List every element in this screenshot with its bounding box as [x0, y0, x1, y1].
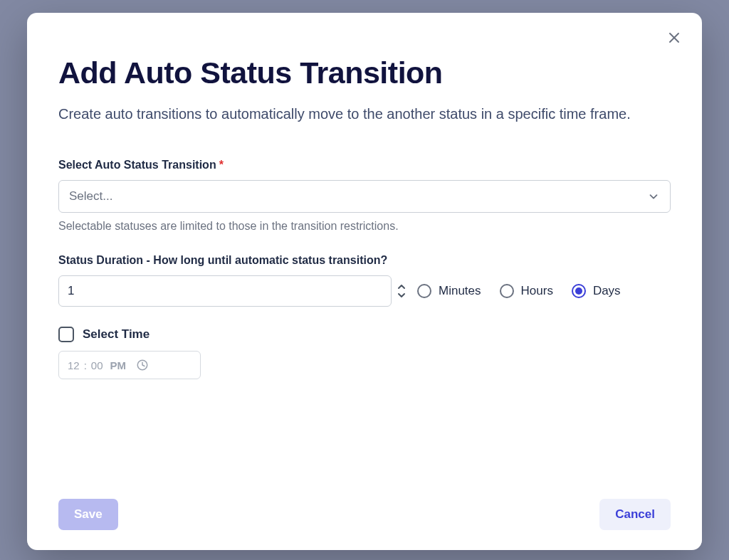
modal-subtitle: Create auto transitions to automatically… [58, 102, 642, 126]
duration-row: 1 Minutes Hours Days [58, 275, 671, 307]
time-hour: 12 [68, 359, 80, 371]
duration-field: Status Duration - How long until automat… [58, 254, 671, 307]
status-select-placeholder: Select... [69, 189, 112, 204]
radio-circle-icon [572, 284, 586, 298]
modal-footer: Save Cancel [58, 485, 671, 530]
modal-dialog: Add Auto Status Transition Create auto t… [27, 13, 702, 550]
status-select-label-text: Select Auto Status Transition [58, 159, 216, 171]
clock-icon [136, 359, 149, 371]
save-button[interactable]: Save [58, 499, 118, 530]
radio-circle-icon [417, 284, 431, 298]
close-button[interactable] [665, 28, 683, 47]
duration-stepper[interactable] [397, 283, 406, 299]
chevron-up-icon [397, 283, 406, 290]
radio-hours[interactable]: Hours [500, 284, 553, 298]
modal-title: Add Auto Status Transition [58, 56, 671, 90]
close-icon [668, 31, 681, 44]
radio-days-label: Days [593, 284, 621, 298]
cancel-button[interactable]: Cancel [599, 499, 671, 530]
duration-label: Status Duration - How long until automat… [58, 254, 671, 267]
status-select-helper: Selectable statuses are limited to those… [58, 220, 671, 233]
time-meridiem: PM [110, 359, 127, 371]
time-input[interactable]: 12 : 00 PM [58, 351, 201, 379]
time-minute: 00 [91, 359, 103, 371]
duration-value: 1 [68, 284, 74, 298]
status-select-field: Select Auto Status Transition* Select...… [58, 159, 671, 254]
time-separator: : [84, 359, 87, 371]
radio-days[interactable]: Days [572, 284, 621, 298]
radio-circle-icon [500, 284, 514, 298]
status-select-dropdown[interactable]: Select... [58, 180, 671, 213]
duration-input[interactable]: 1 [58, 275, 392, 307]
select-time-label: Select Time [83, 327, 150, 342]
status-select-label: Select Auto Status Transition* [58, 159, 671, 171]
duration-unit-radio-group: Minutes Hours Days [417, 284, 621, 298]
time-field: Select Time 12 : 00 PM [58, 327, 671, 379]
required-mark: * [219, 159, 224, 171]
select-time-checkbox-row: Select Time [58, 327, 671, 342]
radio-minutes[interactable]: Minutes [417, 284, 481, 298]
radio-hours-label: Hours [521, 284, 553, 298]
chevron-down-icon [397, 292, 406, 299]
chevron-down-icon [647, 190, 660, 203]
radio-minutes-label: Minutes [439, 284, 481, 298]
select-time-checkbox[interactable] [58, 327, 74, 342]
